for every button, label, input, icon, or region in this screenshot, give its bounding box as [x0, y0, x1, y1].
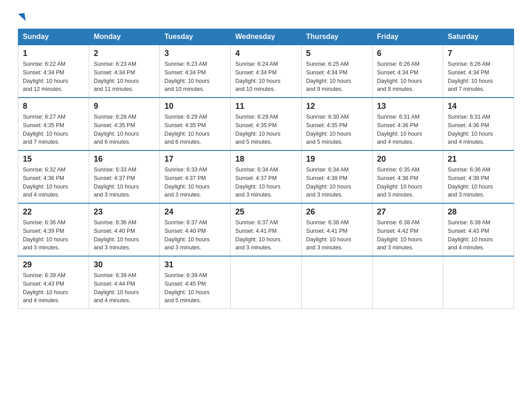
day-number: 8: [23, 102, 84, 111]
day-number: 17: [164, 154, 226, 164]
day-number: 16: [94, 154, 155, 164]
logo: [18, 13, 25, 20]
day-details: Sunrise: 6:33 AMSunset: 4:37 PMDaylight:…: [94, 167, 139, 198]
day-details: Sunrise: 6:35 AMSunset: 4:38 PMDaylight:…: [377, 167, 422, 198]
day-number: 11: [235, 102, 296, 111]
day-number: 21: [448, 154, 509, 164]
day-number: 20: [377, 154, 438, 164]
day-details: Sunrise: 6:30 AMSunset: 4:35 PMDaylight:…: [306, 114, 352, 145]
day-number: 2: [94, 49, 155, 58]
day-number: 15: [23, 154, 84, 164]
week-row-4: 22 Sunrise: 6:36 AMSunset: 4:39 PMDaylig…: [18, 203, 514, 256]
day-number: 6: [377, 49, 438, 58]
day-number: 25: [235, 207, 296, 217]
day-details: Sunrise: 6:36 AMSunset: 4:39 PMDaylight:…: [23, 219, 68, 251]
calendar-cell: 31 Sunrise: 6:39 AMSunset: 4:45 PMDaylig…: [160, 256, 231, 309]
calendar-cell: 15 Sunrise: 6:32 AMSunset: 4:36 PMDaylig…: [18, 150, 89, 203]
calendar-cell: 13 Sunrise: 6:31 AMSunset: 4:36 PMDaylig…: [372, 98, 443, 150]
calendar-cell: [301, 256, 372, 309]
week-row-3: 15 Sunrise: 6:32 AMSunset: 4:36 PMDaylig…: [18, 150, 514, 203]
calendar-cell: 23 Sunrise: 6:36 AMSunset: 4:40 PMDaylig…: [89, 203, 160, 256]
calendar-cell: 6 Sunrise: 6:26 AMSunset: 4:34 PMDayligh…: [372, 45, 443, 98]
day-details: Sunrise: 6:39 AMSunset: 4:44 PMDaylight:…: [94, 272, 139, 304]
week-row-5: 29 Sunrise: 6:39 AMSunset: 4:43 PMDaylig…: [18, 256, 514, 309]
day-number: 13: [377, 102, 438, 111]
calendar-cell: 17 Sunrise: 6:33 AMSunset: 4:37 PMDaylig…: [160, 150, 231, 203]
calendar-cell: 12 Sunrise: 6:30 AMSunset: 4:35 PMDaylig…: [301, 98, 372, 150]
calendar-cell: 24 Sunrise: 6:37 AMSunset: 4:40 PMDaylig…: [160, 203, 231, 256]
day-details: Sunrise: 6:36 AMSunset: 4:40 PMDaylight:…: [94, 219, 139, 251]
calendar-cell: 30 Sunrise: 6:39 AMSunset: 4:44 PMDaylig…: [89, 256, 160, 309]
calendar-cell: 10 Sunrise: 6:29 AMSunset: 4:35 PMDaylig…: [160, 98, 231, 150]
day-details: Sunrise: 6:29 AMSunset: 4:35 PMDaylight:…: [164, 114, 210, 145]
day-details: Sunrise: 6:22 AMSunset: 4:34 PMDaylight:…: [23, 61, 68, 92]
day-details: Sunrise: 6:38 AMSunset: 4:42 PMDaylight:…: [377, 219, 422, 251]
day-details: Sunrise: 6:31 AMSunset: 4:36 PMDaylight:…: [377, 114, 422, 145]
page-header: [18, 13, 514, 20]
day-details: Sunrise: 6:33 AMSunset: 4:37 PMDaylight:…: [164, 167, 210, 198]
calendar-cell: 21 Sunrise: 6:36 AMSunset: 4:39 PMDaylig…: [443, 150, 514, 203]
logo-arrow-icon: [18, 13, 26, 22]
calendar-table: SundayMondayTuesdayWednesdayThursdayFrid…: [18, 29, 514, 309]
calendar-cell: 18 Sunrise: 6:34 AMSunset: 4:37 PMDaylig…: [231, 150, 301, 203]
col-header-tuesday: Tuesday: [160, 29, 231, 45]
day-details: Sunrise: 6:28 AMSunset: 4:35 PMDaylight:…: [94, 114, 139, 145]
calendar-cell: [443, 256, 514, 309]
calendar-cell: 19 Sunrise: 6:34 AMSunset: 4:38 PMDaylig…: [301, 150, 372, 203]
day-details: Sunrise: 6:29 AMSunset: 4:35 PMDaylight:…: [235, 114, 280, 145]
calendar-cell: 4 Sunrise: 6:24 AMSunset: 4:34 PMDayligh…: [231, 45, 301, 98]
day-number: 27: [377, 207, 438, 217]
week-row-2: 8 Sunrise: 6:27 AMSunset: 4:35 PMDayligh…: [18, 98, 514, 150]
calendar-cell: 14 Sunrise: 6:31 AMSunset: 4:36 PMDaylig…: [443, 98, 514, 150]
day-number: 24: [164, 207, 226, 217]
calendar-cell: 16 Sunrise: 6:33 AMSunset: 4:37 PMDaylig…: [89, 150, 160, 203]
calendar-cell: 22 Sunrise: 6:36 AMSunset: 4:39 PMDaylig…: [18, 203, 89, 256]
day-details: Sunrise: 6:34 AMSunset: 4:38 PMDaylight:…: [306, 167, 352, 198]
calendar-cell: 27 Sunrise: 6:38 AMSunset: 4:42 PMDaylig…: [372, 203, 443, 256]
col-header-monday: Monday: [89, 29, 160, 45]
day-details: Sunrise: 6:27 AMSunset: 4:35 PMDaylight:…: [23, 114, 68, 145]
day-details: Sunrise: 6:38 AMSunset: 4:41 PMDaylight:…: [306, 219, 352, 251]
day-number: 31: [164, 260, 226, 270]
day-number: 3: [164, 49, 226, 58]
week-row-1: 1 Sunrise: 6:22 AMSunset: 4:34 PMDayligh…: [18, 45, 514, 98]
day-number: 9: [94, 102, 155, 111]
col-header-sunday: Sunday: [18, 29, 89, 45]
day-details: Sunrise: 6:39 AMSunset: 4:43 PMDaylight:…: [23, 272, 68, 304]
calendar-cell: 28 Sunrise: 6:38 AMSunset: 4:43 PMDaylig…: [443, 203, 514, 256]
day-number: 1: [23, 49, 84, 58]
day-number: 12: [306, 102, 368, 111]
calendar-cell: [231, 256, 301, 309]
day-details: Sunrise: 6:31 AMSunset: 4:36 PMDaylight:…: [448, 114, 493, 145]
calendar-cell: 20 Sunrise: 6:35 AMSunset: 4:38 PMDaylig…: [372, 150, 443, 203]
calendar-cell: 3 Sunrise: 6:23 AMSunset: 4:34 PMDayligh…: [160, 45, 231, 98]
day-details: Sunrise: 6:26 AMSunset: 4:34 PMDaylight:…: [448, 61, 493, 92]
col-header-thursday: Thursday: [301, 29, 372, 45]
day-details: Sunrise: 6:23 AMSunset: 4:34 PMDaylight:…: [94, 61, 139, 92]
calendar-cell: 9 Sunrise: 6:28 AMSunset: 4:35 PMDayligh…: [89, 98, 160, 150]
day-details: Sunrise: 6:34 AMSunset: 4:37 PMDaylight:…: [235, 167, 280, 198]
day-number: 5: [306, 49, 368, 58]
day-number: 10: [164, 102, 226, 111]
day-details: Sunrise: 6:32 AMSunset: 4:36 PMDaylight:…: [23, 167, 68, 198]
calendar-cell: 8 Sunrise: 6:27 AMSunset: 4:35 PMDayligh…: [18, 98, 89, 150]
col-header-wednesday: Wednesday: [231, 29, 301, 45]
day-number: 4: [235, 49, 296, 58]
col-header-friday: Friday: [372, 29, 443, 45]
day-number: 29: [23, 260, 84, 270]
day-details: Sunrise: 6:37 AMSunset: 4:41 PMDaylight:…: [235, 219, 280, 251]
calendar-cell: 11 Sunrise: 6:29 AMSunset: 4:35 PMDaylig…: [231, 98, 301, 150]
calendar-cell: 7 Sunrise: 6:26 AMSunset: 4:34 PMDayligh…: [443, 45, 514, 98]
calendar-cell: 25 Sunrise: 6:37 AMSunset: 4:41 PMDaylig…: [231, 203, 301, 256]
day-number: 19: [306, 154, 368, 164]
calendar-cell: 29 Sunrise: 6:39 AMSunset: 4:43 PMDaylig…: [18, 256, 89, 309]
col-header-saturday: Saturday: [443, 29, 514, 45]
day-details: Sunrise: 6:25 AMSunset: 4:34 PMDaylight:…: [306, 61, 352, 92]
day-number: 30: [94, 260, 155, 270]
calendar-cell: 2 Sunrise: 6:23 AMSunset: 4:34 PMDayligh…: [89, 45, 160, 98]
day-number: 14: [448, 102, 509, 111]
day-number: 28: [448, 207, 509, 217]
calendar-cell: 1 Sunrise: 6:22 AMSunset: 4:34 PMDayligh…: [18, 45, 89, 98]
day-number: 22: [23, 207, 84, 217]
day-details: Sunrise: 6:38 AMSunset: 4:43 PMDaylight:…: [448, 219, 493, 251]
